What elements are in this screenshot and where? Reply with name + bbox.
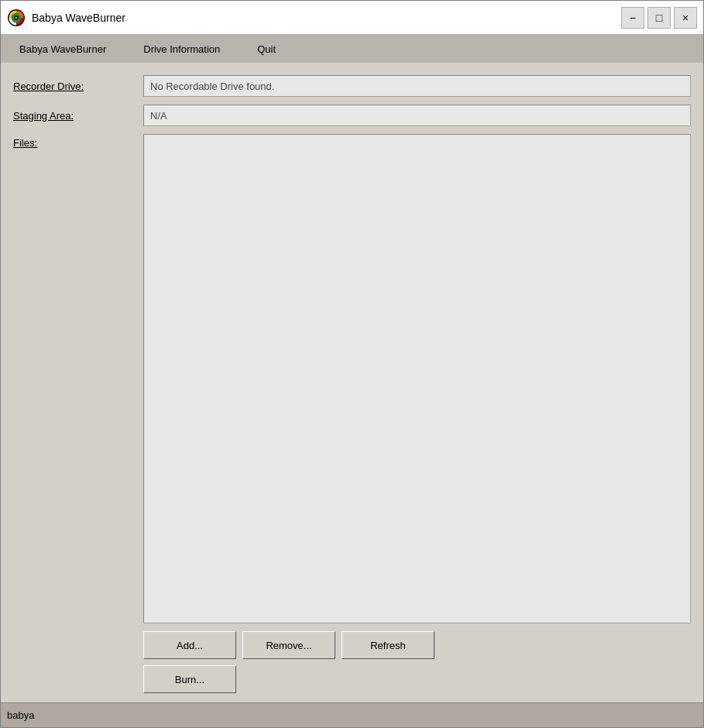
app-icon <box>7 9 26 27</box>
window-title: Babya WaveBurner <box>32 12 125 24</box>
menu-quit[interactable]: Quit <box>239 35 294 63</box>
recorder-drive-label-text: Recorder Drive: <box>13 81 84 92</box>
menu-drive-information[interactable]: Drive Information <box>125 35 239 63</box>
window-controls: − □ × <box>621 7 697 29</box>
maximize-button[interactable]: □ <box>647 7 671 29</box>
files-listbox[interactable] <box>143 134 691 623</box>
staging-area-row: Staging Area: <box>13 105 691 126</box>
refresh-button[interactable]: Refresh <box>342 631 434 659</box>
title-bar: Babya WaveBurner − □ × <box>1 1 703 35</box>
files-label-text: Files: <box>13 137 37 149</box>
menu-bar: Babya WaveBurner Drive Information Quit <box>1 35 703 63</box>
recorder-drive-label: Recorder Drive: <box>13 81 137 92</box>
recorder-drive-input[interactable] <box>143 75 691 97</box>
content-area: Recorder Drive: Staging Area: Files: Add… <box>1 63 703 702</box>
minimize-button[interactable]: − <box>621 7 644 29</box>
menu-babya-waveburner[interactable]: Babya WaveBurner <box>1 35 125 63</box>
add-button[interactable]: Add... <box>143 631 236 659</box>
staging-area-label: Staging Area: <box>13 110 137 122</box>
close-button[interactable]: × <box>674 7 697 29</box>
status-bar: babya <box>1 702 703 727</box>
recorder-drive-row: Recorder Drive: <box>13 75 691 97</box>
main-window: Babya WaveBurner − □ × Babya WaveBurner … <box>0 0 704 728</box>
burn-button[interactable]: Burn... <box>143 665 236 693</box>
staging-area-input[interactable] <box>143 105 691 126</box>
button-row-2: Burn... <box>143 665 691 693</box>
files-label: Files: <box>13 134 137 623</box>
title-bar-left: Babya WaveBurner <box>7 9 125 27</box>
remove-button[interactable]: Remove... <box>242 631 335 659</box>
svg-point-3 <box>15 16 18 19</box>
staging-area-label-text: Staging Area: <box>13 110 74 122</box>
buttons-area: Add... Remove... Refresh Burn... <box>143 631 691 693</box>
button-row-1: Add... Remove... Refresh <box>143 631 691 659</box>
files-section: Files: <box>13 134 691 623</box>
status-text: babya <box>7 709 34 721</box>
